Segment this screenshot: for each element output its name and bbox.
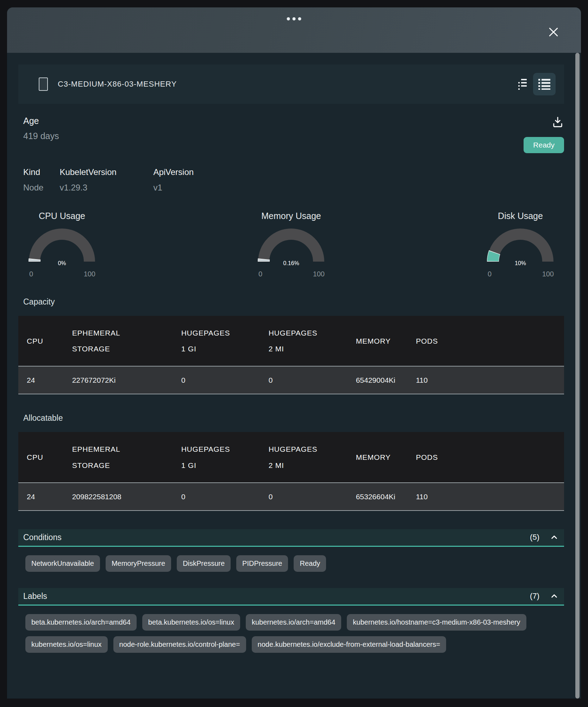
cell-cpu: 24 <box>18 366 64 394</box>
gauge-min-label: 0 <box>29 270 33 278</box>
labels-section: Labels (7) beta.kubernetes.io/arch=amd64… <box>18 588 564 653</box>
col-cpu: CPU <box>18 432 64 482</box>
col-ephemeral-storage: EPHEMERAL STORAGE <box>64 432 173 482</box>
col-pods: PODS <box>407 316 564 366</box>
cell-hugepages-2mi: 0 <box>260 483 348 511</box>
cell-memory: 65326604Ki <box>348 483 408 511</box>
field-api-version: ApiVersion v1 <box>153 167 194 193</box>
conditions-section: Conditions (5) NetworkUnavailable Memory… <box>18 529 564 572</box>
label-chip[interactable]: beta.kubernetes.io/arch=amd64 <box>25 614 137 631</box>
gauge-max-label: 100 <box>542 270 554 278</box>
modal-drag-header <box>7 7 581 53</box>
status-badge: Ready <box>524 137 564 153</box>
section-title: Conditions <box>23 533 530 542</box>
capacity-table: CPU EPHEMERAL STORAGE HUGEPAGES 1 GI HUG… <box>18 316 564 394</box>
cell-pods: 110 <box>407 483 564 511</box>
condition-chip[interactable]: Ready <box>294 555 326 572</box>
cell-hugepages-2mi: 0 <box>260 366 348 394</box>
download-icon <box>551 116 564 129</box>
cell-memory: 65429004Ki <box>348 366 408 394</box>
gauge-title: CPU Usage <box>39 211 85 221</box>
age-label: Age <box>23 116 59 126</box>
close-button[interactable] <box>546 24 561 40</box>
col-ephemeral-storage: EPHEMERAL STORAGE <box>64 316 173 366</box>
close-icon <box>546 25 561 39</box>
condition-chip[interactable]: DiskPressure <box>177 555 231 572</box>
gauge-value: 10% <box>515 260 526 267</box>
memory-usage-gauge: Memory Usage 0.16% 0 100 <box>250 211 333 278</box>
modal-content: C3-MEDIUM-X86-03-MESHERY <box>18 64 564 653</box>
cell-ephemeral-storage: 227672072Ki <box>64 366 173 394</box>
chevron-up-icon[interactable] <box>549 532 559 542</box>
label-chip[interactable]: node.kubernetes.io/exclude-from-external… <box>252 636 446 653</box>
col-hugepages-1gi: HUGEPAGES 1 GI <box>173 432 260 482</box>
table-header-row: CPU EPHEMERAL STORAGE HUGEPAGES 1 GI HUG… <box>18 432 564 482</box>
field-kubelet-version: KubeletVersion v1.29.3 <box>60 167 137 193</box>
gauge-min-label: 0 <box>258 270 262 278</box>
field-kind: Kind Node <box>23 167 43 193</box>
label-chip[interactable]: kubernetes.io/os=linux <box>25 636 108 653</box>
metadata-fields: Kind Node KubeletVersion v1.29.3 ApiVers… <box>18 167 564 193</box>
condensed-view-button[interactable] <box>518 78 527 90</box>
allocatable-table: CPU EPHEMERAL STORAGE HUGEPAGES 1 GI HUG… <box>18 432 564 511</box>
cell-hugepages-1gi: 0 <box>173 366 260 394</box>
gauge-value: 0% <box>58 260 66 267</box>
labels-section-header[interactable]: Labels (7) <box>18 588 564 606</box>
col-hugepages-2mi: HUGEPAGES 2 MI <box>260 432 348 482</box>
gauge-min-label: 0 <box>488 270 492 278</box>
gauge-title: Memory Usage <box>261 211 321 221</box>
download-button[interactable] <box>551 116 564 129</box>
col-memory: MEMORY <box>348 316 408 366</box>
usage-gauges: CPU Usage 0% 0 100 Memory Usage <box>18 211 564 278</box>
col-hugepages-2mi: HUGEPAGES 2 MI <box>260 316 348 366</box>
node-select-checkbox[interactable] <box>39 77 48 91</box>
view-toggle <box>518 73 556 95</box>
drag-handle-icon[interactable] <box>287 17 301 20</box>
allocatable-heading: Allocatable <box>18 413 564 423</box>
cell-hugepages-1gi: 0 <box>173 483 260 511</box>
col-cpu: CPU <box>18 316 64 366</box>
chevron-up-icon[interactable] <box>549 591 559 601</box>
col-memory: MEMORY <box>348 432 408 482</box>
section-title: Labels <box>23 592 530 601</box>
condition-chip[interactable]: PIDPressure <box>236 555 288 572</box>
condition-chip[interactable]: MemoryPressure <box>106 555 171 572</box>
col-pods: PODS <box>407 432 564 482</box>
capacity-heading: Capacity <box>18 297 564 307</box>
cell-cpu: 24 <box>18 483 64 511</box>
label-chip[interactable]: kubernetes.io/hostname=c3-medium-x86-03-… <box>347 614 526 631</box>
table-row: 24 227672072Ki 0 0 65429004Ki 110 <box>18 366 564 394</box>
cell-ephemeral-storage: 209822581208 <box>64 483 173 511</box>
cell-pods: 110 <box>407 366 564 394</box>
section-count: (7) <box>530 592 539 601</box>
gauge-value: 0.16% <box>283 260 299 267</box>
labels-chips: beta.kubernetes.io/arch=amd64 beta.kuber… <box>18 614 564 653</box>
gauge-max-label: 100 <box>84 270 95 278</box>
conditions-section-header[interactable]: Conditions (5) <box>18 529 564 547</box>
age-status-row: Age 419 days Ready <box>18 116 564 153</box>
disk-usage-gauge: Disk Usage 10% 0 100 <box>479 211 562 278</box>
node-title-card: C3-MEDIUM-X86-03-MESHERY <box>18 64 564 104</box>
label-chip[interactable]: node-role.kubernetes.io/control-plane= <box>113 636 246 653</box>
scrollbar-thumb[interactable] <box>575 53 580 699</box>
detailed-list-icon <box>538 79 550 90</box>
gauge-title: Disk Usage <box>498 211 543 221</box>
section-count: (5) <box>530 533 539 542</box>
table-row: 24 209822581208 0 0 65326604Ki 110 <box>18 483 564 511</box>
label-chip[interactable]: kubernetes.io/arch=amd64 <box>246 614 341 631</box>
label-chip[interactable]: beta.kubernetes.io/os=linux <box>142 614 240 631</box>
table-header-row: CPU EPHEMERAL STORAGE HUGEPAGES 1 GI HUG… <box>18 316 564 366</box>
cpu-usage-gauge: CPU Usage 0% 0 100 <box>20 211 104 278</box>
node-title: C3-MEDIUM-X86-03-MESHERY <box>58 80 518 89</box>
conditions-chips: NetworkUnavailable MemoryPressure DiskPr… <box>18 555 564 572</box>
age-value: 419 days <box>23 131 59 141</box>
condensed-list-icon <box>518 78 527 90</box>
condition-chip[interactable]: NetworkUnavailable <box>25 555 100 572</box>
col-hugepages-1gi: HUGEPAGES 1 GI <box>173 316 260 366</box>
node-details-modal: C3-MEDIUM-X86-03-MESHERY <box>7 7 581 699</box>
gauge-max-label: 100 <box>313 270 325 278</box>
detailed-view-button[interactable] <box>533 73 556 95</box>
